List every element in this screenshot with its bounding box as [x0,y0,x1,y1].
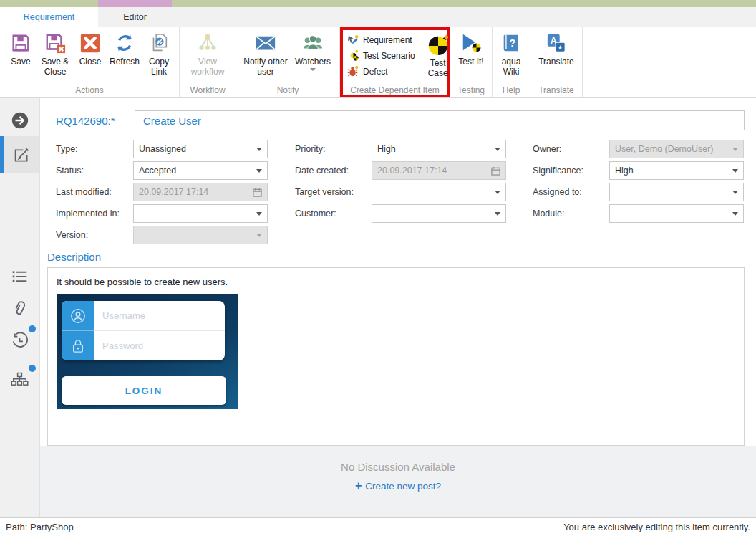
tab-requirement[interactable]: Requirement [0,7,98,27]
significance-label: Significance: [533,161,609,180]
create-test-case-button[interactable]: Test Case [422,33,454,78]
ribbon-group-testing: Test It! Testing [450,27,493,97]
sidebar-item-goto[interactable] [0,105,39,136]
customer-dropdown[interactable] [372,204,506,223]
owner-label: Owner: [533,140,609,158]
watchers-button[interactable]: Watchers [292,32,334,71]
ribbon-toolbar: Save Save & Close Close Refresh [0,27,756,98]
copy-link-icon [148,32,170,54]
significance-dropdown[interactable]: High [609,161,744,180]
implemented-in-label: Implemented in: [56,204,133,223]
group-label-create-dependent-item: Create Dependent Item [340,85,450,95]
create-defect-button[interactable]: Defect [347,65,415,77]
create-requirement-button[interactable]: Requirement [347,34,415,46]
owner-dropdown: User, Demo (DemoUser) [609,140,744,158]
editing-notice: You are exclusively editing this item cu… [563,522,750,532]
priority-label: Priority: [295,140,372,158]
chevron-down-icon [732,212,738,216]
test-it-icon [460,32,482,54]
translate-icon: A★ [546,32,567,54]
item-fields-form: Type: Unassigned Priority: High Owner: U… [56,140,756,244]
edit-icon [13,146,31,164]
sidebar-item-history[interactable] [0,325,39,356]
refresh-icon [114,32,135,54]
calendar-icon [491,166,500,176]
group-label-notify: Notify [236,85,339,95]
status-dropdown[interactable]: Accepted [133,161,268,180]
watchers-dropdown-caret [310,68,316,71]
save-close-icon [44,32,66,54]
save-close-button[interactable]: Save & Close [37,32,73,77]
breadcrumb-path: Path: PartyShop [6,522,74,532]
target-version-label: Target version: [295,183,372,201]
copy-link-button[interactable]: Copy Link [145,32,173,77]
history-icon [11,332,29,350]
sidebar-item-edit[interactable] [0,136,39,173]
chevron-down-icon [256,212,262,216]
description-editor[interactable]: It should be possible to create new user… [47,267,745,446]
plus-icon: + [355,479,362,492]
aqua-wiki-button[interactable]: ? aqua Wiki [498,32,524,77]
user-icon [62,301,94,331]
refresh-button[interactable]: Refresh [107,32,142,67]
ribbon-group-actions: Save Save & Close Close Refresh [0,27,180,97]
accent-strip [0,0,756,7]
test-it-button[interactable]: Test It! [456,32,486,67]
discussion-section: No Discussion Available + Create new pos… [40,446,756,517]
priority-dropdown[interactable]: High [372,140,506,158]
sidebar-item-details[interactable] [0,260,39,292]
group-label-actions: Actions [0,85,179,95]
login-mock-image: LOGIN [57,294,238,409]
chevron-down-icon [256,169,262,173]
hierarchy-icon [11,371,29,389]
sidebar-item-dependencies[interactable] [0,364,39,396]
history-badge [29,325,36,332]
app-window: Requirement Editor Save Save & Close [0,0,756,536]
group-label-testing: Testing [450,85,492,95]
ribbon-group-help: ? aqua Wiki Help [493,27,530,97]
last-modified-field: 20.09.2017 17:14 [133,183,268,201]
envelope-icon [255,32,276,54]
date-created-label: Date created: [295,161,372,180]
new-defect-icon [347,65,359,77]
module-dropdown[interactable] [609,204,744,223]
assigned-to-dropdown[interactable] [609,183,744,201]
tab-bar: Requirement Editor [0,7,756,27]
list-icon [11,267,29,285]
save-button[interactable]: Save [7,32,34,67]
type-dropdown[interactable]: Unassigned [133,140,268,158]
item-title-input[interactable] [135,110,745,130]
group-label-translate: Translate [530,85,582,95]
chevron-down-icon [495,148,500,151]
group-label-workflow: Workflow [180,85,236,95]
close-icon [79,32,101,54]
assigned-to-label: Assigned to: [533,183,609,201]
status-label: Status: [56,161,133,180]
tab-editor[interactable]: Editor [98,7,172,27]
watchers-icon [302,32,324,54]
ribbon-group-notify: Notify other user Watchers Notify [236,27,340,97]
chevron-down-icon [256,148,262,151]
last-modified-label: Last modified: [56,183,133,201]
notify-other-user-button[interactable]: Notify other user [242,32,289,77]
left-sidebar [0,98,40,517]
chevron-down-icon [732,169,738,173]
no-discussion-text: No Discussion Available [40,461,756,473]
mock-username-input [94,310,225,321]
module-label: Module: [533,204,609,223]
paperclip-icon [11,300,29,317]
description-heading: Description [47,251,756,265]
translate-button[interactable]: A★ Translate [536,32,576,67]
lock-icon [62,331,94,360]
close-button[interactable]: Close [76,32,105,67]
ribbon-group-workflow: View workflow Workflow [180,27,236,97]
implemented-in-dropdown[interactable] [133,204,268,223]
create-new-post-link[interactable]: + Create new post? [355,479,441,492]
ribbon-group-translate: A★ Translate Translate [530,27,583,97]
sidebar-item-attachments[interactable] [0,292,39,324]
create-test-scenario-button[interactable]: Test Scenario [347,49,415,62]
view-workflow-button[interactable]: View workflow [185,32,230,77]
target-version-dropdown[interactable] [372,183,506,201]
new-requirement-icon [347,34,359,46]
save-icon [10,32,32,54]
